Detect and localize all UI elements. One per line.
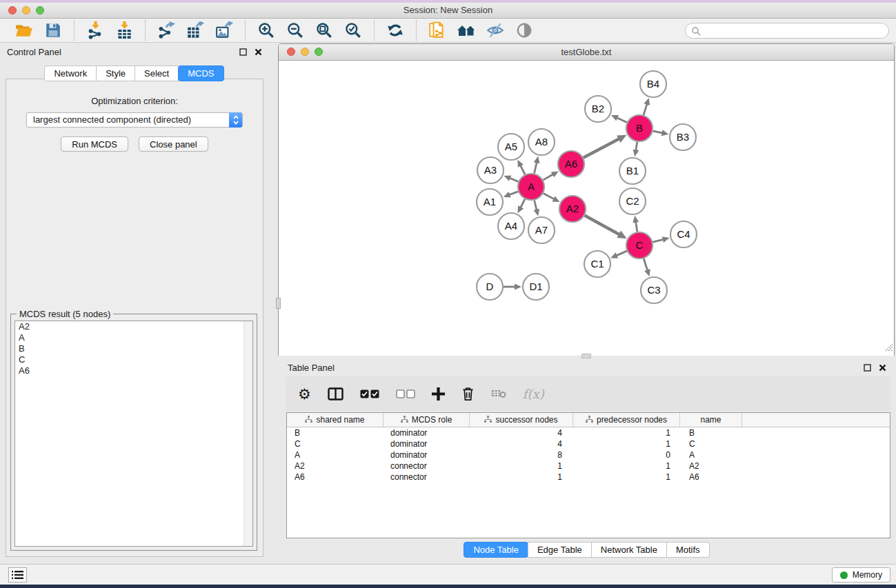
inspector-eye-icon[interactable] xyxy=(515,21,534,40)
graph-node-A3[interactable]: A3 xyxy=(477,157,504,183)
graph-node-A2[interactable]: A2 xyxy=(559,196,586,222)
graph-edge-A-A3[interactable] xyxy=(510,178,519,181)
import-table-icon[interactable] xyxy=(115,21,134,40)
close-window-button[interactable] xyxy=(8,6,17,14)
graph-node-A5[interactable]: A5 xyxy=(498,134,524,160)
table-cell[interactable]: connector xyxy=(384,472,470,483)
graph-edge-A-A2[interactable] xyxy=(544,193,555,199)
table-row[interactable]: A6connector11A6 xyxy=(287,472,890,483)
table-cell[interactable]: B xyxy=(680,427,742,438)
table-settings-gear-icon[interactable]: ⚙ xyxy=(298,387,311,401)
graph-node-A8[interactable]: A8 xyxy=(528,129,555,155)
graph-edge-A-A7[interactable] xyxy=(535,200,537,210)
graph-node-C[interactable]: C xyxy=(626,232,653,258)
deselect-all-icon[interactable] xyxy=(396,389,415,398)
graph-node-D[interactable]: D xyxy=(477,274,503,300)
graph-node-C4[interactable]: C4 xyxy=(670,221,697,247)
graph-node-C3[interactable]: C3 xyxy=(641,277,667,303)
column-header-name[interactable]: name xyxy=(680,413,742,427)
tab-edge-table[interactable]: Edge Table xyxy=(528,542,592,558)
column-header-successor-nodes[interactable]: successor nodes xyxy=(470,413,573,427)
table-cell[interactable]: A6 xyxy=(287,472,384,483)
graph-edge-B-B2[interactable] xyxy=(617,118,627,123)
graph-edge-A-A5[interactable] xyxy=(520,165,525,174)
table-cell[interactable]: A2 xyxy=(287,460,384,472)
save-session-icon[interactable] xyxy=(43,21,63,40)
graph-edge-B-B1[interactable] xyxy=(636,142,637,151)
table-row[interactable]: Adominator80A xyxy=(287,449,890,460)
graph-edge-B-B4[interactable] xyxy=(644,104,647,115)
table-cell[interactable]: dominator xyxy=(384,449,470,460)
export-table-icon[interactable] xyxy=(186,21,205,40)
resize-grip[interactable] xyxy=(884,342,893,354)
graph-edge-A2-C[interactable] xyxy=(585,216,619,235)
table-cell[interactable]: 4 xyxy=(470,427,573,438)
zoom-out-icon[interactable] xyxy=(286,21,305,40)
graph-edge-C-C2[interactable] xyxy=(636,222,637,232)
result-list-item[interactable]: A2 xyxy=(15,321,252,332)
close-table-panel-icon[interactable] xyxy=(879,364,886,372)
open-session-icon[interactable] xyxy=(14,21,34,40)
graph-node-A6[interactable]: A6 xyxy=(558,151,584,177)
close-panel-button[interactable]: Close panel xyxy=(139,136,208,152)
tab-network-table[interactable]: Network Table xyxy=(591,542,667,558)
network-close-button[interactable] xyxy=(287,48,295,56)
result-list-item[interactable]: A xyxy=(15,332,252,343)
tab-node-table[interactable]: Node Table xyxy=(464,542,528,558)
select-all-checked-icon[interactable] xyxy=(360,389,379,398)
table-cell[interactable]: 1 xyxy=(573,438,680,449)
export-image-icon[interactable] xyxy=(215,21,234,40)
table-cell[interactable]: A xyxy=(680,449,742,460)
table-cell[interactable]: A2 xyxy=(680,460,742,472)
network-canvas[interactable]: AA1A3A4A5A7A8A6A2BB1B2B3B4CC1C2C3C4DD1 xyxy=(279,61,894,356)
float-table-panel-icon[interactable] xyxy=(864,364,871,372)
table-cell[interactable]: B xyxy=(287,427,384,438)
table-cell[interactable]: dominator xyxy=(384,438,470,449)
refresh-icon[interactable] xyxy=(386,21,405,40)
clone-network-icon[interactable] xyxy=(428,21,447,40)
table-cell[interactable]: C xyxy=(680,438,742,449)
table-row[interactable]: A2connector11A2 xyxy=(287,460,890,472)
column-header-predecessor-nodes[interactable]: predecessor nodes xyxy=(573,413,680,427)
graph-edge-C-C4[interactable] xyxy=(653,239,663,242)
graph-edge-A-A6[interactable] xyxy=(543,174,553,180)
graph-node-C2[interactable]: C2 xyxy=(619,188,646,214)
graph-node-A4[interactable]: A4 xyxy=(498,213,524,239)
table-cell[interactable]: 1 xyxy=(470,460,573,472)
table-cell[interactable]: 1 xyxy=(573,472,680,483)
table-cell[interactable]: C xyxy=(287,438,384,449)
graph-node-B2[interactable]: B2 xyxy=(585,96,611,122)
tab-network[interactable]: Network xyxy=(44,65,97,81)
minimize-window-button[interactable] xyxy=(22,6,30,14)
result-list-item[interactable]: A6 xyxy=(15,365,252,376)
splitter-grip[interactable] xyxy=(276,298,281,309)
column-header-shared-name[interactable]: shared name xyxy=(287,413,384,427)
table-cell[interactable]: 1 xyxy=(573,427,680,438)
memory-button[interactable]: Memory xyxy=(832,567,890,582)
zoom-fit-icon[interactable] xyxy=(315,21,334,40)
network-minimize-button[interactable] xyxy=(301,48,309,56)
result-list-item[interactable]: C xyxy=(15,354,252,365)
table-cell[interactable]: 8 xyxy=(470,449,573,460)
table-cell[interactable]: A xyxy=(287,449,384,460)
home-icon[interactable] xyxy=(457,21,476,40)
graph-node-B[interactable]: B xyxy=(626,115,653,141)
tab-motifs[interactable]: Motifs xyxy=(666,542,710,558)
horizontal-splitter-grip[interactable] xyxy=(581,354,591,358)
task-history-button[interactable] xyxy=(8,567,27,582)
table-cell[interactable]: connector xyxy=(384,460,470,472)
delete-icon[interactable] xyxy=(461,387,475,401)
graph-node-B4[interactable]: B4 xyxy=(640,71,666,97)
search-input[interactable] xyxy=(685,23,889,39)
table-cell[interactable]: 1 xyxy=(573,460,680,472)
graph-node-A7[interactable]: A7 xyxy=(528,217,555,243)
table-cell[interactable]: dominator xyxy=(384,427,470,438)
graph-edge-C-C1[interactable] xyxy=(616,251,626,256)
table-cell[interactable]: 4 xyxy=(470,438,573,449)
columns-icon[interactable] xyxy=(328,387,344,401)
graph-edge-A6-B[interactable] xyxy=(584,139,619,157)
export-network-icon[interactable] xyxy=(157,21,176,40)
criterion-dropdown[interactable]: largest connected component (directed) xyxy=(26,112,243,128)
zoom-in-icon[interactable] xyxy=(257,21,276,40)
delete-table-icon[interactable] xyxy=(491,389,506,398)
